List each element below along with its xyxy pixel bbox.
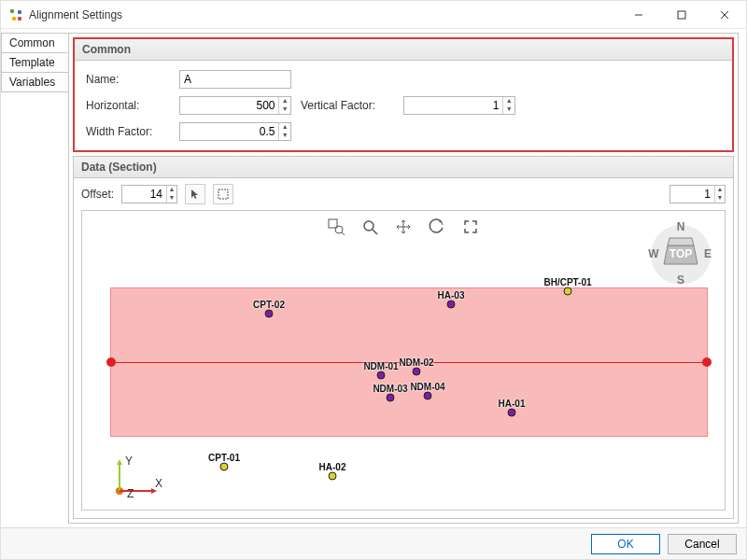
tab-common[interactable]: Common: [1, 33, 68, 53]
horizontal-input[interactable]: [180, 99, 278, 112]
tab-template[interactable]: Template: [1, 52, 68, 73]
svg-line-11: [342, 232, 345, 235]
spin-down-icon[interactable]: ▼: [279, 105, 290, 114]
spin-down-icon[interactable]: ▼: [503, 105, 514, 114]
name-input[interactable]: [179, 70, 291, 89]
svg-point-3: [18, 16, 21, 20]
name-label: Name:: [86, 73, 170, 86]
compass-s: S: [677, 273, 684, 287]
zoom-window-button[interactable]: [326, 217, 346, 237]
group-data-section: Data (Section) Offset: ▲▼ ▲▼: [73, 156, 734, 519]
axis-y-label: Y: [125, 455, 133, 468]
data-point[interactable]: [447, 301, 456, 309]
ok-button[interactable]: OK: [591, 534, 660, 554]
data-point-label: CPT-01: [208, 453, 240, 463]
zoom-button[interactable]: [359, 217, 380, 237]
compass-n: N: [677, 222, 685, 233]
data-point[interactable]: [265, 310, 274, 318]
svg-point-1: [18, 9, 21, 13]
close-button[interactable]: [703, 1, 746, 28]
tab-variables[interactable]: Variables: [1, 72, 68, 92]
select-rect-icon: [218, 189, 229, 200]
data-point[interactable]: [329, 472, 337, 481]
maximize-button[interactable]: [660, 1, 703, 28]
title-bar: Alignment Settings: [1, 1, 746, 29]
svg-marker-16: [668, 238, 694, 245]
vertical-factor-input[interactable]: [404, 99, 502, 112]
dialog-footer: OK Cancel: [1, 527, 746, 559]
data-point[interactable]: [413, 368, 421, 376]
minimize-button[interactable]: [617, 1, 660, 28]
viewport-3d[interactable]: TOP N E S W CPT-02HA-03BH/CPT-01NDM-01ND: [81, 210, 726, 511]
view-toolbar: [326, 217, 481, 237]
spin-down-icon[interactable]: ▼: [167, 194, 176, 203]
svg-marker-19: [117, 459, 122, 465]
spin-up-icon[interactable]: ▲: [167, 186, 176, 194]
pointer-icon: [190, 189, 201, 200]
pointer-tool-button[interactable]: [185, 184, 205, 204]
data-point-label: NDM-04: [410, 382, 444, 392]
fit-button[interactable]: [460, 217, 481, 237]
main-panel: Common Name: Horizontal: ▲▼ Vertical Fac…: [68, 33, 739, 524]
axis-z-label: Z: [127, 487, 134, 500]
svg-point-0: [10, 8, 14, 12]
side-tabs: Common Template Variables: [1, 29, 68, 527]
axis-x-label: X: [155, 477, 162, 490]
data-point-label: NDM-01: [363, 361, 398, 371]
alignment-endpoint-right[interactable]: [702, 357, 712, 367]
width-factor-spinner[interactable]: ▲▼: [179, 122, 291, 141]
data-point-label: NDM-03: [373, 384, 407, 394]
width-factor-input[interactable]: [180, 125, 278, 138]
svg-rect-5: [678, 11, 685, 19]
offset-input[interactable]: [122, 188, 166, 201]
spin-down-icon[interactable]: ▼: [715, 194, 725, 203]
compass-top-label: TOP: [669, 247, 692, 260]
view-compass[interactable]: TOP N E S W: [648, 222, 713, 287]
spin-down-icon[interactable]: ▼: [279, 132, 290, 140]
offset-label: Offset:: [81, 188, 114, 201]
data-point[interactable]: [564, 287, 572, 296]
select-rect-tool-button[interactable]: [213, 184, 233, 204]
data-point[interactable]: [387, 394, 395, 402]
svg-rect-8: [218, 189, 228, 199]
vertical-factor-spinner[interactable]: ▲▼: [403, 96, 515, 115]
group-data-heading: Data (Section): [74, 157, 733, 178]
group-common: Common Name: Horizontal: ▲▼ Vertical Fac…: [73, 37, 734, 152]
width-factor-label: Width Factor:: [86, 125, 170, 138]
horizontal-spinner[interactable]: ▲▼: [179, 96, 291, 115]
horizontal-label: Horizontal:: [86, 99, 170, 112]
app-icon: [8, 7, 23, 22]
compass-w: W: [648, 247, 659, 260]
pan-button[interactable]: [393, 217, 414, 237]
data-point[interactable]: [220, 463, 229, 471]
data-toolbar: Offset: ▲▼ ▲▼: [74, 178, 733, 210]
svg-line-13: [373, 230, 377, 234]
window-title: Alignment Settings: [29, 8, 617, 21]
window-buttons: [617, 1, 746, 28]
right-spinner-input[interactable]: [670, 188, 714, 201]
data-point-label: NDM-02: [399, 357, 433, 368]
offset-spinner[interactable]: ▲▼: [121, 185, 177, 203]
data-point-label: HA-01: [499, 399, 526, 409]
spin-up-icon[interactable]: ▲: [503, 97, 514, 105]
data-point-label: BH/CPT-01: [543, 277, 591, 287]
right-spinner[interactable]: ▲▼: [669, 185, 726, 203]
spin-up-icon[interactable]: ▲: [715, 186, 725, 194]
cancel-button[interactable]: Cancel: [668, 534, 737, 554]
data-point-label: HA-03: [438, 290, 465, 301]
data-point[interactable]: [377, 371, 386, 380]
alignment-endpoint-left[interactable]: [106, 357, 116, 367]
vertical-factor-label: Vertical Factor:: [301, 99, 394, 112]
data-point[interactable]: [424, 392, 432, 400]
axis-gizmo[interactable]: Y X Z: [108, 454, 164, 500]
compass-e: E: [704, 247, 712, 260]
data-point-label: HA-02: [319, 462, 346, 472]
spin-up-icon[interactable]: ▲: [279, 97, 290, 105]
spin-up-icon[interactable]: ▲: [279, 123, 290, 132]
orbit-button[interactable]: [427, 217, 447, 237]
data-point-label: CPT-02: [253, 300, 285, 310]
svg-rect-9: [329, 219, 337, 228]
svg-point-2: [12, 16, 16, 20]
data-point[interactable]: [508, 409, 516, 417]
svg-point-10: [335, 226, 343, 233]
